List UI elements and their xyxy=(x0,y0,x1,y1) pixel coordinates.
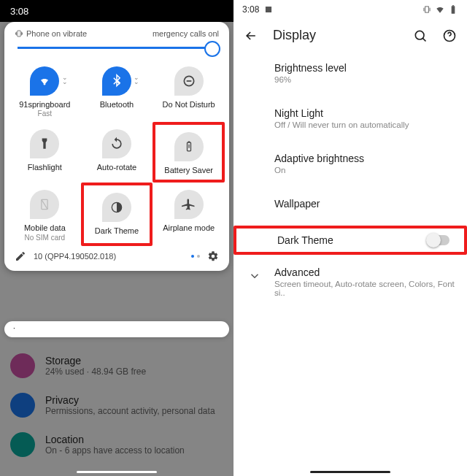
screenshot-icon xyxy=(263,4,274,15)
wifi-tile[interactable]: ⌄⌄91springboardFast xyxy=(9,59,81,122)
emergency-status: mergency calls onl xyxy=(153,29,219,38)
back-icon[interactable] xyxy=(244,28,258,43)
night-light-row[interactable]: Night LightOff / Will never turn on auto… xyxy=(234,100,467,137)
notification-card[interactable]: · xyxy=(4,321,229,337)
tile-label: Do Not Disturb xyxy=(163,100,215,110)
app-bar: Display xyxy=(234,19,467,52)
brightness-row[interactable]: Brightness level96% xyxy=(234,55,467,91)
battery-icon xyxy=(448,4,458,15)
rotate-icon xyxy=(102,129,131,158)
bg-settings-row: Storage24% used · 48.94 GB free xyxy=(0,346,234,385)
status-time: 3:08 xyxy=(10,6,28,17)
sim-icon xyxy=(30,190,59,219)
tile-label: Bluetooth xyxy=(100,100,134,110)
build-number: 10 (QPP4.190502.018) xyxy=(34,252,206,261)
airplane-tile[interactable]: Airplane mode xyxy=(153,183,225,245)
nav-handle[interactable] xyxy=(77,471,157,473)
adaptive-brightness-row[interactable]: Adaptive brightnessOn xyxy=(234,145,467,182)
svg-rect-9 xyxy=(452,5,454,6)
tile-label: Mobile data xyxy=(24,223,66,233)
search-icon[interactable] xyxy=(413,28,428,43)
page-indicator xyxy=(191,255,200,258)
chevron-down-icon xyxy=(248,269,261,285)
tile-label: Airplane mode xyxy=(163,223,215,233)
row-subtitle: Off / Will never turn on automatically xyxy=(274,120,455,129)
row-subtitle: On - 6 apps have access to location xyxy=(45,445,185,456)
wallpaper-row[interactable]: Wallpaper xyxy=(234,191,467,217)
dnd-icon xyxy=(174,66,204,96)
row-subtitle: 96% xyxy=(274,75,455,84)
edit-icon[interactable] xyxy=(15,250,26,262)
svg-rect-3 xyxy=(188,142,190,143)
battery-icon xyxy=(174,132,204,161)
advanced-row[interactable]: AdvancedScreen timeout, Auto-rotate scre… xyxy=(234,259,467,304)
status-bar: 3:08 xyxy=(0,0,234,22)
row-icon xyxy=(10,353,35,378)
tile-sublabel: No SIM card xyxy=(25,234,66,242)
row-title: Storage xyxy=(45,355,146,366)
battery-saver-tile[interactable]: Battery Saver xyxy=(153,122,225,183)
tile-label: 91springboard xyxy=(19,100,70,110)
vibrate-icon xyxy=(422,4,432,15)
row-icon xyxy=(10,393,35,418)
vibrate-icon xyxy=(15,29,23,38)
row-subtitle: On xyxy=(274,166,455,174)
row-subtitle: Screen timeout, Auto-rotate screen, Colo… xyxy=(274,280,455,297)
status-time: 3:08 xyxy=(242,4,259,15)
bluetooth-tile[interactable]: ⌄⌄Bluetooth xyxy=(81,59,153,122)
tile-label: Dark Theme xyxy=(95,226,139,236)
dark-theme-tile[interactable]: Dark Theme xyxy=(81,183,153,245)
row-subtitle: 24% used · 48.94 GB free xyxy=(45,366,146,377)
row-title: Location xyxy=(45,434,185,445)
flashlight-icon xyxy=(30,129,59,158)
dark-theme-row[interactable]: Dark Theme xyxy=(234,226,467,255)
row-title: Night Light xyxy=(274,107,455,119)
right-screenshot: 3:08 Display Brightness level96%Night Li… xyxy=(234,0,467,476)
page-title: Display xyxy=(273,28,398,43)
chevron-down-icon[interactable]: ⌄⌄ xyxy=(134,75,139,85)
left-screenshot: 3:08 Storage24% used · 48.94 GB freePriv… xyxy=(0,0,234,476)
row-title: Adaptive brightness xyxy=(274,153,455,164)
toggle-switch[interactable] xyxy=(428,235,449,245)
chevron-down-icon[interactable]: ⌄⌄ xyxy=(62,75,68,85)
nav-handle[interactable] xyxy=(310,471,390,473)
darktheme-icon xyxy=(102,193,131,222)
wifi-icon xyxy=(435,4,445,15)
row-title: Advanced xyxy=(274,266,455,278)
svg-rect-6 xyxy=(266,7,271,12)
flashlight-tile[interactable]: Flashlight xyxy=(9,122,81,183)
svg-point-0 xyxy=(44,83,46,85)
svg-rect-7 xyxy=(425,7,429,12)
quick-settings-panel: Phone on vibrate mergency calls onl ⌄⌄91… xyxy=(4,22,229,271)
bg-settings-row: LocationOn - 6 apps have access to locat… xyxy=(0,425,234,464)
wifi-icon xyxy=(30,66,59,96)
vibrate-status: Phone on vibrate xyxy=(15,29,87,38)
brightness-slider[interactable] xyxy=(4,41,229,59)
bg-settings-row: PrivacyPermissions, account activity, pe… xyxy=(0,385,234,425)
row-title: Brightness level xyxy=(274,62,455,74)
row-subtitle: Permissions, account activity, personal … xyxy=(45,406,215,416)
mobile-data-tile: Mobile dataNo SIM card xyxy=(9,183,81,245)
svg-rect-8 xyxy=(452,6,455,13)
tile-label: Flashlight xyxy=(28,163,62,172)
gear-icon[interactable] xyxy=(207,250,219,262)
tile-label: Auto-rotate xyxy=(97,163,136,172)
bluetooth-icon xyxy=(102,66,131,96)
airplane-icon xyxy=(174,190,204,219)
autorotate-tile[interactable]: Auto-rotate xyxy=(81,122,153,183)
dnd-tile[interactable]: Do Not Disturb xyxy=(153,59,225,122)
row-title: Wallpaper xyxy=(274,198,455,210)
help-icon[interactable] xyxy=(442,28,457,43)
svg-point-10 xyxy=(415,31,424,39)
row-title: Privacy xyxy=(45,394,215,406)
tile-sublabel: Fast xyxy=(38,110,52,118)
row-icon xyxy=(10,432,35,457)
status-bar: 3:08 xyxy=(234,0,467,19)
tile-label: Battery Saver xyxy=(164,166,213,175)
